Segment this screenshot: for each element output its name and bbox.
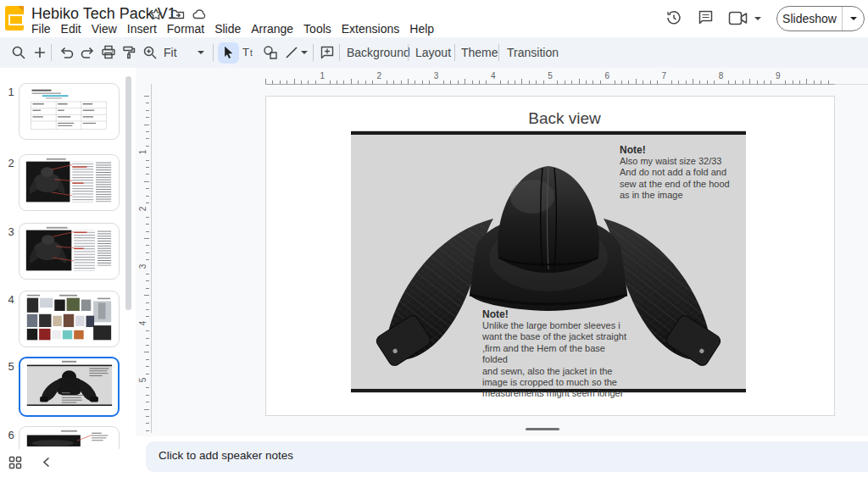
slideshow-button[interactable]: Slideshow [776,6,865,31]
google-slides-window: Hebiko Tech Pack V1 File Edit View Inser… [0,0,868,477]
new-slide-plus-icon[interactable] [32,45,47,60]
paint-format-icon[interactable] [121,45,136,60]
collapse-filmstrip-icon[interactable] [41,456,53,469]
vertical-ruler-line [151,84,152,433]
slide-page[interactable]: Back view [265,96,835,416]
vertical-ruler: 12345 [136,96,150,433]
zoom-caret[interactable] [198,51,204,54]
cloud-status-icon[interactable] [192,8,208,21]
version-history-icon[interactable] [665,9,682,26]
slide-number-2: 2 [5,157,17,169]
print-icon[interactable] [101,45,116,60]
camera-dropdown-caret[interactable] [754,17,761,20]
menu-help[interactable]: Help [404,20,439,37]
slide-thumbnail-1[interactable] [19,83,120,140]
move-folder-icon[interactable] [170,8,185,21]
search-menus-icon[interactable] [11,45,26,60]
zoom-in-icon[interactable] [142,45,158,60]
menu-insert[interactable]: Insert [122,20,162,37]
slide-note-top[interactable]: Note! Also my waist size 32/33 And do no… [620,144,748,202]
header-bar: Hebiko Tech Pack V1 File Edit View Inser… [0,0,868,37]
slide-note-bottom[interactable]: Note! Unlike the large bomber sleeves i … [482,308,632,400]
redo-icon[interactable] [80,45,95,60]
slide-thumbnail-3[interactable] [19,223,120,280]
menu-view[interactable]: View [86,20,122,37]
slide-title[interactable]: Back view [480,109,649,128]
layout-button[interactable]: Layout [415,37,451,68]
note-heading: Note! [620,144,748,156]
meet-camera-icon[interactable] [728,11,748,25]
select-cursor-tool-icon[interactable] [221,45,236,60]
slide-filmstrip: 1 2 [0,68,136,449]
comments-icon[interactable] [698,9,714,25]
menu-arrange[interactable]: Arrange [246,20,298,37]
grid-view-icon[interactable] [8,456,22,469]
slide-number-3: 3 [5,225,17,238]
note-heading: Note! [482,308,632,320]
svg-text:T: T [242,46,249,58]
slide-thumbnail-5-selected[interactable] [19,357,120,417]
menu-format[interactable]: Format [162,20,209,37]
note-body: Unlike the large bomber sleeves i want t… [482,320,632,400]
shape-tool-icon[interactable] [263,45,278,60]
slide-number-4: 4 [5,293,17,306]
filmstrip-scrollbar[interactable] [125,76,131,310]
zoom-select[interactable]: Fit [164,37,177,68]
theme-button[interactable]: Theme [461,37,498,68]
menu-tools[interactable]: Tools [298,20,337,37]
bottom-left-controls [0,449,136,477]
menu-file[interactable]: File [26,20,56,37]
slide-number-5: 5 [5,360,17,373]
notes-resize-handle[interactable] [526,428,559,430]
line-tool-caret[interactable] [301,51,308,54]
transition-button[interactable]: Transition [507,37,559,68]
note-body: Also my waist size 32/33 And do not add … [620,156,748,202]
slideshow-label: Slideshow [777,12,842,25]
text-box-tool-icon[interactable]: Tt [242,44,257,59]
menu-edit[interactable]: Edit [56,20,86,37]
speaker-notes-box[interactable]: Click to add speaker notes [146,441,868,472]
undo-icon[interactable] [59,45,75,60]
menu-extensions[interactable]: Extensions [337,20,404,37]
menu-bar: File Edit View Insert Format Slide Arran… [26,20,439,37]
insert-comment-icon[interactable] [320,45,335,60]
slide-thumbnail-6[interactable] [19,426,120,449]
svg-text:t: t [250,48,253,58]
horizontal-ruler-line [265,84,835,85]
speaker-notes-placeholder[interactable]: Click to add speaker notes [159,449,293,462]
star-icon[interactable] [149,8,163,21]
horizontal-ruler: 123456789 [265,71,838,84]
slide-number-6: 6 [5,429,17,441]
slide-number-1: 1 [5,86,17,98]
slides-logo-icon[interactable] [5,6,24,31]
menu-slide[interactable]: Slide [209,20,246,37]
background-button[interactable]: Background [347,37,410,68]
slideshow-dropdown[interactable] [843,17,864,20]
slide-thumbnail-4[interactable] [19,291,120,347]
line-tool-icon[interactable] [284,45,299,60]
slide-thumbnail-2[interactable] [19,154,120,211]
